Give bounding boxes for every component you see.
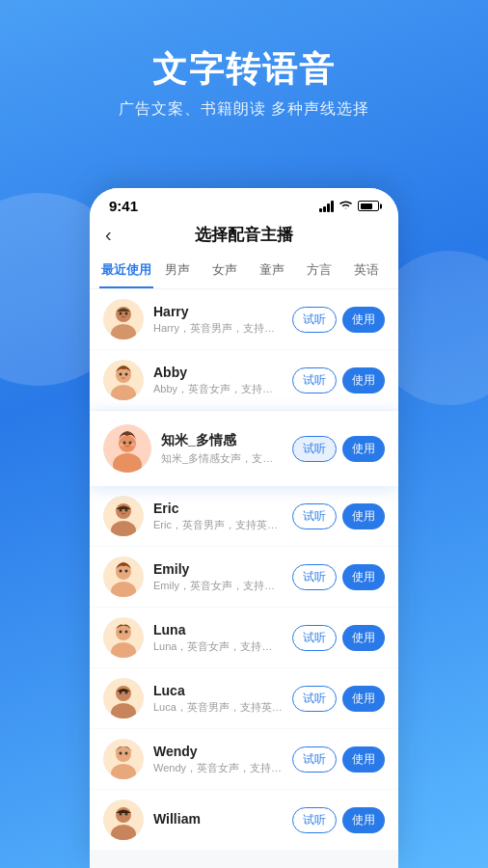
header-area: 文字转语音 广告文案、书籍朗读 多种声线选择 (0, 0, 488, 139)
svg-point-4 (120, 312, 122, 315)
voice-list: Harry Harry，英音男声，支持英文场景 试听 使用 (90, 289, 398, 868)
tab-dialect[interactable]: 方言 (296, 254, 341, 288)
voice-name: Wendy (153, 744, 283, 759)
voice-name: Abby (153, 365, 283, 380)
voice-info: Abby Abby，英音女声，支持英文场景 (153, 365, 283, 396)
nav-title: 选择配音主播 (195, 224, 293, 246)
svg-point-14 (123, 442, 126, 445)
status-bar: 9:41 (90, 188, 398, 218)
use-button[interactable]: 使用 (342, 307, 385, 333)
voice-desc: Emily，英音女声，支持英文场景 (153, 579, 283, 593)
avatar (103, 556, 144, 597)
back-button[interactable]: ‹ (105, 224, 112, 246)
svg-point-19 (116, 503, 131, 519)
list-item: William 试听 使用 (90, 790, 398, 850)
try-button[interactable]: 试听 (292, 807, 337, 833)
svg-point-22 (125, 509, 128, 512)
avatar (103, 496, 144, 536)
try-button[interactable]: 试听 (292, 686, 337, 712)
svg-point-29 (116, 625, 131, 640)
try-button[interactable]: 试听 (292, 746, 337, 773)
avatar (103, 360, 144, 400)
voice-desc: 知米_多情感女声，支持中文及中英文混合场景 (161, 451, 283, 466)
svg-point-47 (125, 813, 128, 816)
tab-male[interactable]: 男声 (155, 254, 201, 288)
btn-group: 试听 使用 (292, 307, 385, 333)
svg-point-15 (129, 442, 132, 445)
avatar (103, 800, 144, 840)
list-item-highlighted: 知米_多情感 知米_多情感女声，支持中文及中英文混合场景 试听 使用 (90, 411, 398, 486)
use-button[interactable]: 使用 (342, 625, 385, 651)
svg-point-39 (116, 746, 131, 762)
try-button[interactable]: 试听 (292, 307, 337, 333)
btn-group: 试听 使用 (292, 807, 385, 833)
svg-point-36 (120, 692, 122, 694)
svg-point-10 (125, 373, 128, 376)
tab-female[interactable]: 女声 (203, 254, 248, 288)
voice-info: Luca Luca，英音男声，支持英文场景 (153, 683, 283, 715)
try-button[interactable]: 试听 (292, 625, 337, 651)
voice-name: Luca (153, 683, 283, 698)
status-icons (319, 199, 379, 213)
voice-desc: Wendy，英音女声，支持英文场景 (153, 761, 283, 775)
tab-child[interactable]: 童声 (250, 254, 295, 288)
svg-point-32 (125, 631, 128, 634)
use-button[interactable]: 使用 (342, 746, 385, 773)
voice-name: William (153, 811, 283, 827)
avatar (103, 424, 151, 473)
list-item: Luca Luca，英音男声，支持英文场景 试听 使用 (90, 668, 398, 728)
list-item: Eric Eric，英音男声，支持英文场景 试听 使用 (90, 486, 398, 546)
use-button[interactable]: 使用 (342, 436, 385, 462)
svg-point-31 (120, 631, 122, 634)
svg-point-34 (116, 686, 131, 701)
voice-desc: Harry，英音男声，支持英文场景 (153, 321, 283, 336)
use-button[interactable]: 使用 (342, 807, 385, 833)
use-button[interactable]: 使用 (342, 686, 385, 712)
btn-group: 试听 使用 (292, 367, 385, 393)
voice-desc: Luca，英音男声，支持英文场景 (153, 700, 283, 715)
tabs-bar: 最近使用 男声 女声 童声 方言 英语 (90, 254, 398, 289)
svg-point-37 (125, 692, 128, 694)
svg-point-5 (125, 312, 128, 315)
voice-info: Wendy Wendy，英音女声，支持英文场景 (153, 744, 283, 775)
use-button[interactable]: 使用 (342, 564, 385, 590)
voice-desc: Luna，英音女声，支持英文场景 (153, 639, 283, 654)
voice-name: 知米_多情感 (161, 432, 283, 449)
svg-point-17 (131, 443, 135, 447)
main-title: 文字转语音 (0, 46, 488, 94)
try-button[interactable]: 试听 (292, 367, 337, 393)
tab-recent[interactable]: 最近使用 (99, 254, 153, 288)
avatar (103, 678, 144, 719)
btn-group: 试听 使用 (292, 436, 385, 462)
try-button[interactable]: 试听 (292, 503, 337, 529)
voice-info: Eric Eric，英音男声，支持英文场景 (153, 501, 283, 532)
use-button[interactable]: 使用 (342, 367, 385, 393)
btn-group: 试听 使用 (292, 503, 385, 529)
voice-info: William (153, 811, 283, 828)
svg-point-9 (120, 373, 122, 376)
btn-group: 试听 使用 (292, 564, 385, 590)
try-button[interactable]: 试听 (292, 564, 337, 590)
svg-point-41 (120, 752, 122, 755)
voice-info: Luna Luna，英音女声，支持英文场景 (153, 622, 283, 654)
nav-bar: ‹ 选择配音主播 (90, 218, 398, 254)
voice-name: Eric (153, 501, 283, 516)
list-item: Luna Luna，英音女声，支持英文场景 试听 使用 (90, 608, 398, 667)
phone-mockup: 9:41 ‹ 选择配音主播 最近使用 (90, 188, 398, 868)
try-button-active[interactable]: 试听 (292, 436, 337, 462)
avatar (103, 617, 144, 658)
svg-point-21 (120, 509, 122, 512)
svg-point-26 (120, 570, 122, 573)
svg-point-42 (125, 752, 128, 755)
voice-desc: Eric，英音男声，支持英文场景 (153, 518, 283, 532)
voice-info: 知米_多情感 知米_多情感女声，支持中文及中英文混合场景 (161, 432, 283, 466)
signal-icon (319, 201, 334, 212)
voice-name: Emily (153, 561, 283, 577)
voice-name: Luna (153, 622, 283, 637)
voice-name: Harry (153, 304, 283, 319)
avatar (103, 739, 144, 779)
use-button[interactable]: 使用 (342, 503, 385, 529)
tab-english[interactable]: 英语 (343, 254, 389, 288)
svg-point-46 (120, 813, 122, 816)
avatar (103, 299, 144, 339)
